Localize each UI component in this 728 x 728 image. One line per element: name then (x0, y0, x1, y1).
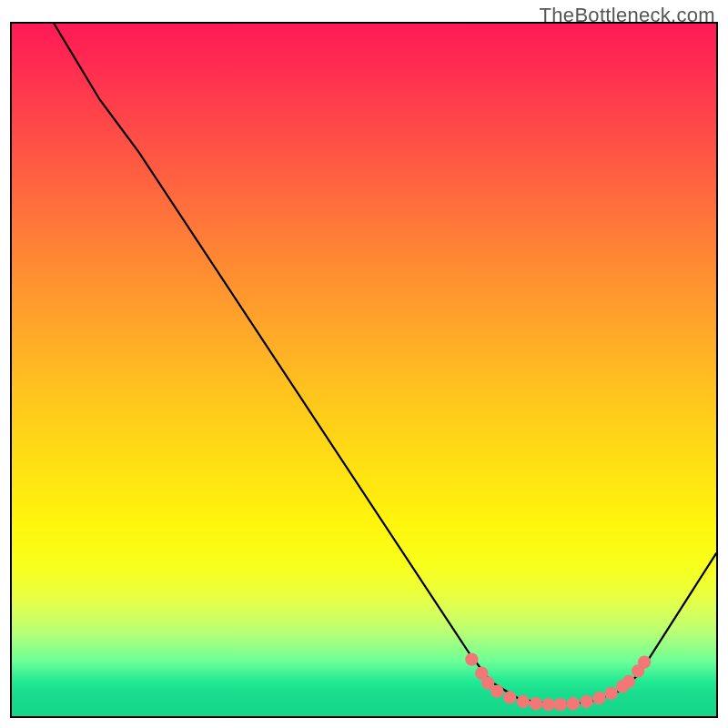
curve-line (54, 24, 716, 704)
curve-markers (465, 652, 651, 711)
curve-marker (638, 655, 651, 668)
curve-marker (517, 695, 530, 708)
curve-marker (605, 687, 618, 700)
plot-border (10, 22, 718, 718)
curve-marker (465, 652, 478, 665)
curve-marker (490, 684, 503, 697)
plot-svg (12, 24, 716, 716)
curve-marker (580, 695, 592, 708)
curve-marker (622, 675, 635, 688)
attribution-text: TheBottleneck.com (540, 4, 715, 27)
curve-marker (530, 697, 542, 710)
curve-marker (567, 697, 580, 710)
curve-marker (592, 692, 605, 704)
curve-marker (554, 698, 567, 711)
curve-marker (503, 691, 516, 703)
chart-frame: TheBottleneck.com (0, 0, 728, 728)
plot-area (12, 24, 716, 716)
curve-marker (542, 698, 555, 711)
